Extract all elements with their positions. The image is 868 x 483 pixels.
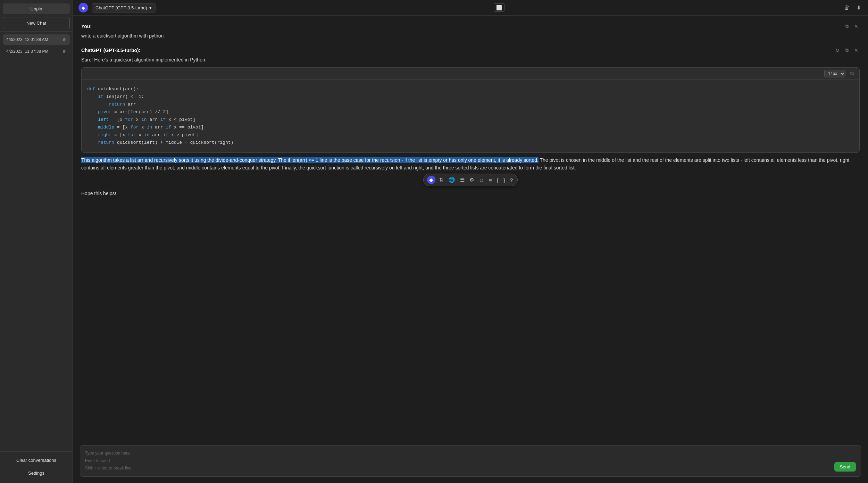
ft-ai-button[interactable]: ◆ bbox=[427, 176, 435, 184]
new-chat-button[interactable]: New Chat bbox=[3, 17, 70, 29]
font-size-selector[interactable]: 14px 12px 16px bbox=[824, 70, 845, 77]
explanation-text: This algorithm takes a list arr and recu… bbox=[81, 156, 860, 172]
floating-toolbar-container: ◆ ⇅ 🌐 ☰ ⚙ ☺ ≡ { } ? bbox=[81, 174, 860, 186]
input-placeholder: Type your question here Enter to send Sh… bbox=[85, 450, 856, 472]
delete-button[interactable]: 🗑 bbox=[843, 3, 851, 12]
topbar-center: ⬜ bbox=[494, 3, 504, 12]
code-block-header: 14px 12px 16px ⧉ bbox=[82, 68, 859, 80]
user-message-actions: ⧉ ✕ bbox=[844, 23, 860, 30]
code-block: def quicksort(arr): if len(arr) <= 1: re… bbox=[82, 80, 859, 152]
bot-author-label: ChatGPT (GPT-3.5-turbo): bbox=[81, 48, 140, 53]
download-button[interactable]: ⬇ bbox=[855, 3, 862, 13]
history-item-label: 4/3/2023, 12:01:38 AM bbox=[6, 37, 48, 42]
code-line-8: return quicksort(left) + middle + quicks… bbox=[87, 139, 854, 147]
ft-web-button[interactable]: 🌐 bbox=[448, 176, 456, 184]
ft-brace-open-button[interactable]: { bbox=[496, 176, 500, 184]
model-name: ChatGPT (GPT-3.5-turbo) bbox=[95, 5, 147, 10]
bot-message-content: Sure! Here's a quicksort algorithm imple… bbox=[81, 56, 860, 197]
copy-user-message-button[interactable]: ⧉ bbox=[844, 23, 850, 30]
ft-brace-close-button[interactable]: } bbox=[502, 176, 506, 184]
bot-intro-text: Sure! Here's a quicksort algorithm imple… bbox=[81, 56, 860, 64]
input-hint-line2: Enter to send bbox=[85, 457, 856, 465]
input-hint-line1: Type your question here bbox=[85, 450, 856, 457]
ft-list-button[interactable]: ☰ bbox=[459, 176, 466, 184]
chat-input-box[interactable]: Type your question here Enter to send Sh… bbox=[80, 445, 861, 477]
floating-toolbar: ◆ ⇅ 🌐 ☰ ⚙ ☺ ≡ { } ? bbox=[423, 174, 518, 186]
topbar-left: ◆ ChatGPT (GPT-3.5-turbo) ▾ bbox=[78, 3, 156, 13]
explanation-block: This algorithm takes a list arr and recu… bbox=[81, 156, 860, 198]
topbar: ◆ ChatGPT (GPT-3.5-turbo) ▾ ⬜ 🗑 ⬇ bbox=[73, 0, 868, 16]
ft-translate-button[interactable]: ⇅ bbox=[438, 176, 445, 184]
code-line-4: pivot = arr[len(arr) // 2] bbox=[87, 108, 854, 116]
bot-message-header: ChatGPT (GPT-3.5-turbo): ↻ ⧉ ✕ bbox=[81, 47, 860, 54]
input-area-inner: Type your question here Enter to send Sh… bbox=[80, 445, 861, 477]
selected-text: This algorithm takes a list arr and recu… bbox=[81, 157, 539, 163]
user-message-content: write a quicksort algorithm with python bbox=[81, 32, 860, 40]
ft-menu-button[interactable]: ≡ bbox=[488, 176, 493, 184]
history-item-2[interactable]: 4/2/2023, 11:37:38 PM 🗑 bbox=[3, 46, 70, 57]
close-user-message-button[interactable]: ✕ bbox=[853, 23, 860, 30]
model-icon: ◆ bbox=[78, 3, 88, 13]
main-content: ◆ ChatGPT (GPT-3.5-turbo) ▾ ⬜ 🗑 ⬇ You: ⧉… bbox=[73, 0, 868, 483]
model-selector[interactable]: ChatGPT (GPT-3.5-turbo) ▾ bbox=[92, 3, 156, 13]
bot-message-actions: ↻ ⧉ ✕ bbox=[834, 47, 860, 54]
topbar-right: 🗑 ⬇ bbox=[843, 3, 862, 13]
sidebar-bottom: Clear conversations Settings bbox=[0, 451, 73, 483]
send-button[interactable]: Send bbox=[834, 462, 856, 472]
trash-icon-1[interactable]: 🗑 bbox=[62, 38, 66, 42]
hope-text: Hope this helps! bbox=[81, 190, 860, 197]
code-line-1: def quicksort(arr): bbox=[87, 85, 854, 93]
sidebar-history: 4/3/2023, 12:01:38 AM 🗑 4/2/2023, 11:37:… bbox=[0, 32, 73, 451]
trash-icon-2[interactable]: 🗑 bbox=[62, 49, 66, 53]
code-block-wrapper: 14px 12px 16px ⧉ def quicksort(arr): if … bbox=[81, 67, 860, 153]
code-line-6: middle = [x for x in arr if x == pivot] bbox=[87, 124, 854, 131]
unpin-button[interactable]: Unpin bbox=[3, 3, 70, 14]
screen-button[interactable]: ⬜ bbox=[494, 3, 504, 12]
chat-area: You: ⧉ ✕ write a quicksort algorithm wit… bbox=[73, 16, 868, 440]
ft-emoji-button[interactable]: ☺ bbox=[478, 176, 485, 184]
clear-conversations-button[interactable]: Clear conversations bbox=[3, 455, 70, 466]
close-bot-message-button[interactable]: ✕ bbox=[853, 47, 860, 54]
code-line-3: return arr bbox=[87, 101, 854, 108]
settings-button[interactable]: Settings bbox=[3, 467, 70, 479]
dropdown-chevron-icon: ▾ bbox=[149, 5, 152, 10]
copy-bot-message-button[interactable]: ⧉ bbox=[844, 47, 850, 54]
input-hint-line3: Shift + enter to break line bbox=[85, 465, 856, 472]
bot-message-block: ChatGPT (GPT-3.5-turbo): ↻ ⧉ ✕ Sure! Her… bbox=[81, 47, 860, 197]
sidebar-top: Unpin New Chat bbox=[0, 0, 73, 32]
refresh-bot-message-button[interactable]: ↻ bbox=[834, 47, 841, 54]
code-line-5: left = [x for x in arr if x < pivot] bbox=[87, 116, 854, 124]
input-area: Type your question here Enter to send Sh… bbox=[73, 440, 868, 483]
sidebar: Unpin New Chat 4/3/2023, 12:01:38 AM 🗑 4… bbox=[0, 0, 73, 483]
history-item-1[interactable]: 4/3/2023, 12:01:38 AM 🗑 bbox=[3, 34, 70, 45]
user-message-block: You: ⧉ ✕ write a quicksort algorithm wit… bbox=[81, 23, 860, 40]
ft-help-button[interactable]: ? bbox=[509, 176, 514, 184]
code-line-7: right = [x for x in arr if x > pivot] bbox=[87, 131, 854, 139]
ft-cog-button[interactable]: ⚙ bbox=[468, 176, 475, 184]
user-message-header: You: ⧉ ✕ bbox=[81, 23, 860, 30]
history-item-label-2: 4/2/2023, 11:37:38 PM bbox=[6, 49, 48, 54]
user-author-label: You: bbox=[81, 24, 92, 29]
code-line-2: if len(arr) <= 1: bbox=[87, 93, 854, 101]
copy-code-button[interactable]: ⧉ bbox=[848, 70, 856, 77]
